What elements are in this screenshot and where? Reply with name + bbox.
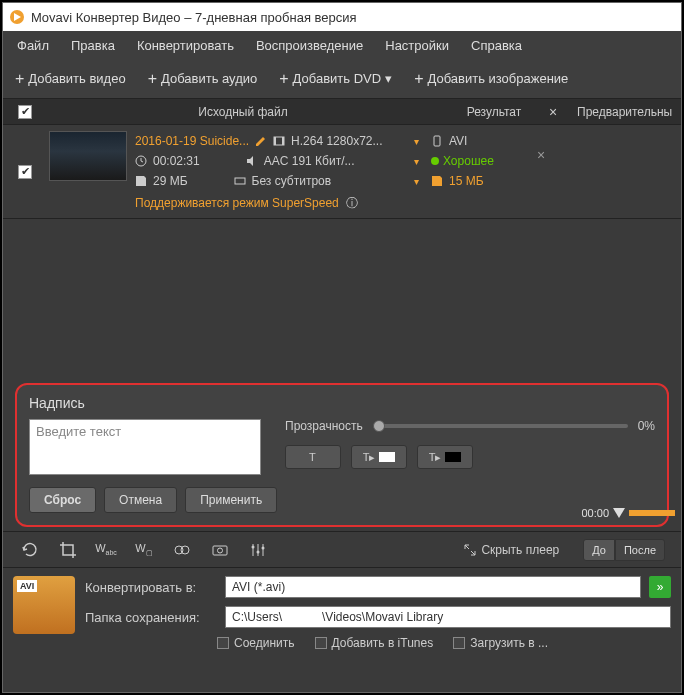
timeline-time: 00:00 xyxy=(581,507,609,519)
format-icon[interactable]: AVI xyxy=(13,576,75,634)
format-badge: AVI xyxy=(17,580,37,592)
close-column-icon[interactable]: × xyxy=(549,104,569,120)
caption-title: Надпись xyxy=(29,395,655,411)
file-row[interactable]: 2016-01-19 Suicide... H.264 1280x72... ▾… xyxy=(3,125,681,219)
timeline-bar[interactable] xyxy=(629,510,675,516)
add-audio-label: Добавить аудио xyxy=(161,71,257,86)
svg-text:T: T xyxy=(309,451,316,463)
convert-go-button[interactable]: » xyxy=(649,576,671,598)
caption-panel: Надпись Введите текст Прозрачность 0% T … xyxy=(15,383,669,527)
menu-file[interactable]: Файл xyxy=(7,34,59,57)
audio-dropdown-icon[interactable]: ▾ xyxy=(414,156,419,167)
speaker-icon xyxy=(246,155,258,167)
cancel-button[interactable]: Отмена xyxy=(104,487,177,513)
source-details: 2016-01-19 Suicide... H.264 1280x72... ▾… xyxy=(127,131,427,212)
add-audio-button[interactable]: +Добавить аудио xyxy=(142,66,264,92)
add-video-button[interactable]: +Добавить видео xyxy=(9,66,132,92)
select-all-checkbox[interactable] xyxy=(18,105,32,119)
folder-label: Папка сохранения: xyxy=(85,610,217,625)
clock-icon xyxy=(135,155,147,167)
film-icon xyxy=(273,135,285,147)
thumbnail[interactable] xyxy=(49,131,127,181)
menubar: Файл Правка Конвертировать Воспроизведен… xyxy=(3,31,681,59)
empty-area xyxy=(3,219,681,379)
disk-icon xyxy=(135,175,147,187)
add-image-label: Добавить изображение xyxy=(427,71,568,86)
add-dvd-label: Добавить DVD xyxy=(293,71,382,86)
app-icon xyxy=(9,9,25,25)
device-icon xyxy=(431,135,443,147)
opacity-label: Прозрачность xyxy=(285,419,363,433)
crop-icon[interactable] xyxy=(57,539,79,561)
reset-button[interactable]: Сброс xyxy=(29,487,96,513)
result-size: 15 МБ xyxy=(449,174,484,188)
timeline-marker-icon[interactable] xyxy=(613,508,625,518)
svg-point-12 xyxy=(252,545,255,548)
header-result: Результат xyxy=(439,105,549,119)
font-button[interactable]: T xyxy=(285,445,341,469)
menu-help[interactable]: Справка xyxy=(461,34,532,57)
duration: 00:02:31 xyxy=(153,154,200,168)
join-checkbox[interactable]: Соединить xyxy=(217,636,295,650)
subtitle-dropdown-icon[interactable]: ▾ xyxy=(414,176,419,187)
svg-rect-3 xyxy=(282,137,284,145)
slider-thumb[interactable] xyxy=(373,420,385,432)
window-title: Movavi Конвертер Видео – 7-дневная пробн… xyxy=(31,10,357,25)
column-headers: Исходный файл Результат × Предварительны xyxy=(3,99,681,125)
header-source: Исходный файл xyxy=(47,105,439,119)
info-icon[interactable]: ⓘ xyxy=(346,196,358,210)
upload-checkbox[interactable]: Загрузить в ... xyxy=(453,636,548,650)
watermark-image-icon[interactable]: W▢ xyxy=(133,539,155,561)
menu-edit[interactable]: Правка xyxy=(61,34,125,57)
quality-badge: Хорошее xyxy=(431,154,494,168)
before-button[interactable]: До xyxy=(583,539,615,561)
add-image-button[interactable]: +Добавить изображение xyxy=(408,66,574,92)
itunes-label: Добавить в iTunes xyxy=(332,636,434,650)
folder-input[interactable] xyxy=(225,606,671,628)
add-video-label: Добавить видео xyxy=(28,71,125,86)
add-dvd-button[interactable]: +Добавить DVD▾ xyxy=(273,66,398,92)
caption-text-input[interactable]: Введите текст xyxy=(29,419,261,475)
before-after-toggle[interactable]: До После xyxy=(583,539,665,561)
subtitles: Без субтитров xyxy=(252,174,332,188)
edit-icon[interactable] xyxy=(255,135,267,147)
menu-convert[interactable]: Конвертировать xyxy=(127,34,244,57)
opacity-slider[interactable] xyxy=(373,424,628,428)
svg-point-13 xyxy=(257,550,260,553)
svg-rect-6 xyxy=(434,136,440,146)
editor-toolbar: Wabc W▢ Скрыть плеер До После xyxy=(3,531,681,567)
titlebar: Movavi Конвертер Видео – 7-дневная пробн… xyxy=(3,3,681,31)
upload-label: Загрузить в ... xyxy=(470,636,548,650)
timeline[interactable]: 00:00 xyxy=(581,507,675,519)
apply-button[interactable]: Применить xyxy=(185,487,277,513)
capture-icon[interactable] xyxy=(209,539,231,561)
superspeed-note: Поддерживается режим SuperSpeed xyxy=(135,196,339,210)
svg-point-9 xyxy=(181,546,189,554)
menu-playback[interactable]: Воспроизведение xyxy=(246,34,373,57)
effects-icon[interactable] xyxy=(171,539,193,561)
convert-to-input[interactable] xyxy=(225,576,641,598)
disk-icon xyxy=(431,175,443,187)
chevron-down-icon: ▾ xyxy=(385,71,392,86)
opacity-value: 0% xyxy=(638,419,655,433)
svg-rect-5 xyxy=(235,178,245,184)
file-name: 2016-01-19 Suicide... xyxy=(135,134,249,148)
adjust-icon[interactable] xyxy=(247,539,269,561)
itunes-checkbox[interactable]: Добавить в iTunes xyxy=(315,636,434,650)
toolbar: +Добавить видео +Добавить аудио +Добавит… xyxy=(3,59,681,99)
menu-settings[interactable]: Настройки xyxy=(375,34,459,57)
audio-codec: AAC 191 Кбит/... xyxy=(264,154,355,168)
svg-point-14 xyxy=(262,546,265,549)
convert-to-label: Конвертировать в: xyxy=(85,580,217,595)
svg-rect-2 xyxy=(274,137,276,145)
after-button[interactable]: После xyxy=(615,539,665,561)
video-dropdown-icon[interactable]: ▾ xyxy=(414,136,419,147)
watermark-text-icon[interactable]: Wabc xyxy=(95,539,117,561)
hide-player-button[interactable]: Скрыть плеер xyxy=(463,543,559,557)
text-color-button[interactable]: T▸ xyxy=(351,445,407,469)
file-checkbox[interactable] xyxy=(18,165,32,179)
collapse-icon xyxy=(463,543,477,557)
remove-file-icon[interactable]: × xyxy=(537,131,557,212)
rotate-icon[interactable] xyxy=(19,539,41,561)
bg-color-button[interactable]: T▸ xyxy=(417,445,473,469)
